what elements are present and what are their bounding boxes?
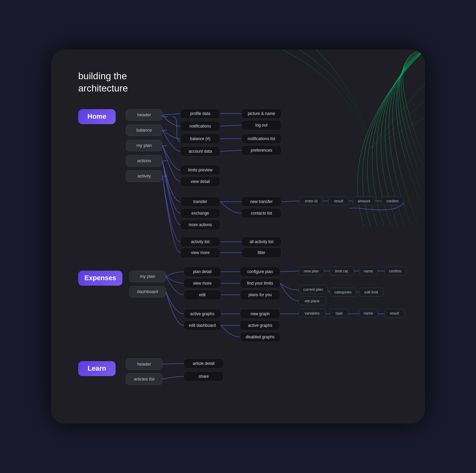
home-viewdetail: view detail — [180, 176, 220, 187]
section-home: Home — [78, 109, 116, 124]
learn-articledetail: article detail — [184, 358, 224, 369]
expenses-activegraphs2: active graphs — [240, 320, 280, 331]
home-profiledata: profile data — [180, 108, 220, 119]
home-balance-node: balance — [126, 124, 163, 136]
home-confirm: confirm — [381, 197, 404, 205]
page-title: building the architecture — [78, 70, 128, 95]
expenses-currentplan: current plan — [299, 285, 328, 294]
expenses-name2: name — [359, 309, 378, 318]
home-contactslist: contacts list — [241, 208, 282, 218]
expenses-confirm: confirm — [384, 267, 406, 275]
home-result: result — [328, 197, 349, 205]
home-limitspreview: limits preview — [180, 165, 220, 175]
home-preferences: preferences — [241, 145, 282, 155]
home-viewmore: view more — [180, 248, 220, 258]
expenses-findlimits: find your limits — [240, 278, 280, 288]
expenses-result: result — [384, 309, 405, 318]
home-activity-node: activity — [126, 170, 163, 182]
home-notificationslist: notifications list — [241, 134, 282, 144]
learn-header: header — [126, 358, 163, 370]
home-activitylist: activity list — [180, 237, 220, 247]
home-allactivitylist: all activity list — [241, 237, 282, 247]
section-learn: Learn — [78, 361, 116, 376]
expenses-name1: name — [359, 267, 378, 275]
expenses-limitcat: limit cat. — [330, 267, 354, 275]
home-actions-node: actions — [126, 155, 163, 167]
home-picturename: picture & name — [241, 108, 282, 119]
home-balance-hash: balance (#) — [180, 134, 220, 144]
expenses-edit: edit — [184, 290, 221, 300]
expenses-myplan: my plan — [129, 271, 166, 282]
expenses-newgraph: new graph — [240, 309, 280, 319]
home-moreactions: more actions — [180, 220, 220, 230]
expenses-dashboard: dashboard — [129, 286, 166, 298]
expenses-editlimit: edit limit — [359, 288, 384, 297]
expenses-newplan: new plan — [299, 267, 324, 275]
home-enterid: enter id — [299, 197, 323, 205]
home-transfer: transfer — [180, 197, 220, 207]
expenses-disabledgraphs: disabled graphs — [240, 332, 280, 342]
home-newtransfer: new transfer — [241, 197, 282, 207]
main-container: building the architecture Home header ba… — [51, 50, 425, 424]
home-myplan-node: my plan — [126, 140, 163, 151]
home-header-node: header — [126, 109, 163, 121]
learn-share: share — [184, 371, 224, 382]
expenses-editdashboard: edit dashboard — [184, 320, 221, 331]
home-exchange: exchange — [180, 208, 220, 218]
learn-articleslist: articles list — [126, 373, 163, 385]
expenses-plansforyou: plans for you — [240, 290, 280, 300]
expenses-oldplans: old plans — [299, 297, 326, 305]
expenses-activegraphs: active graphs — [184, 309, 221, 319]
home-accountdata: account data — [180, 146, 220, 156]
section-expenses: Expenses — [78, 271, 122, 286]
expenses-plandetail: plan detail — [184, 267, 221, 277]
expenses-categories: categories — [330, 288, 356, 297]
expenses-variables: variables — [299, 309, 326, 318]
home-filter: filter — [241, 248, 282, 258]
expenses-type: type — [330, 309, 348, 318]
expenses-viewmore: view more — [184, 278, 221, 288]
home-amount: amount — [353, 197, 375, 205]
expenses-configureplan: configure plan — [240, 267, 280, 277]
home-notifications: notifications — [180, 121, 220, 131]
home-logout: log out — [241, 120, 282, 130]
